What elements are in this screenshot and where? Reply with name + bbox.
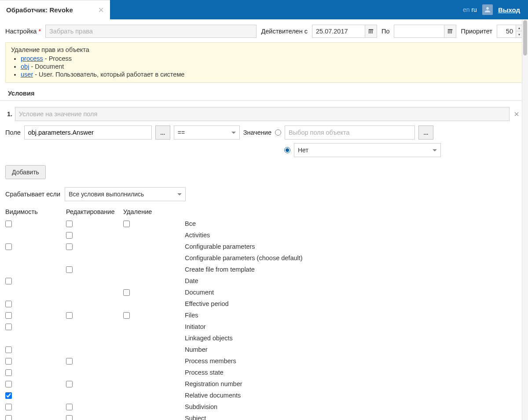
perm-row: Number <box>5 344 523 355</box>
visibility-checkbox[interactable] <box>5 312 12 319</box>
tab-revoke[interactable]: Обработчик: Revoke × <box>0 0 110 19</box>
perm-row: Linkaged objects <box>5 332 523 344</box>
calendar-icon[interactable] <box>444 25 456 38</box>
perm-label: Configurable parameters (choose default) <box>185 254 523 262</box>
settings-name-input[interactable] <box>45 25 257 38</box>
edit-checkbox[interactable] <box>66 404 73 410</box>
valid-to-input[interactable] <box>394 25 444 38</box>
perm-label: Process state <box>185 369 523 376</box>
field-path-input[interactable] <box>24 125 152 140</box>
trigger-label: Срабатывает если <box>5 191 60 198</box>
perm-row: Registration number <box>5 378 523 390</box>
condition-number: 1. <box>7 111 12 118</box>
add-condition-button[interactable]: Добавить <box>5 165 46 179</box>
field-browse-button[interactable]: ... <box>155 125 170 140</box>
visibility-checkbox[interactable] <box>5 381 12 387</box>
field-label: Поле <box>5 129 21 136</box>
visibility-checkbox[interactable] <box>5 221 12 227</box>
value-browse-button[interactable]: ... <box>418 125 433 140</box>
avatar-icon[interactable] <box>482 4 493 15</box>
priority-input[interactable] <box>497 25 516 38</box>
perm-label: Все <box>185 220 523 227</box>
edit-checkbox[interactable] <box>66 243 73 250</box>
perm-row: Subject <box>5 413 523 420</box>
info-link[interactable]: process <box>21 55 43 62</box>
close-icon[interactable]: × <box>98 4 104 16</box>
visibility-checkbox[interactable] <box>5 324 12 330</box>
value-mode-field-radio[interactable] <box>275 129 281 136</box>
lang-ru[interactable]: ru <box>471 6 477 13</box>
priority-label: Приоритет <box>461 28 492 35</box>
info-heading: Удаление прав из объекта <box>11 46 517 53</box>
info-item: process - Process <box>21 55 517 62</box>
perm-label: Registration number <box>185 380 523 387</box>
perm-row: Subdivision <box>5 401 523 413</box>
trigger-select[interactable]: Все условия выполнились <box>65 187 186 201</box>
perm-row: Files <box>5 309 523 321</box>
perm-row: Effective period <box>5 298 523 309</box>
visibility-checkbox[interactable] <box>5 346 12 353</box>
lang-switch[interactable]: en ru <box>463 6 477 13</box>
visibility-checkbox[interactable] <box>5 301 12 307</box>
edit-checkbox[interactable] <box>66 415 73 420</box>
visibility-checkbox[interactable] <box>5 278 12 284</box>
chevron-down-icon <box>433 149 437 151</box>
lang-en[interactable]: en <box>463 6 470 13</box>
vertical-scrollbar[interactable] <box>522 19 528 420</box>
perm-label: Subject <box>185 415 523 420</box>
value-dropdown[interactable]: Нет <box>294 143 441 157</box>
perm-row: Date <box>5 275 523 287</box>
valid-from-label: Действителен с <box>261 28 308 35</box>
visibility-checkbox[interactable] <box>5 392 12 399</box>
visibility-checkbox[interactable] <box>5 415 12 420</box>
perm-label: Files <box>185 312 523 319</box>
visibility-checkbox[interactable] <box>5 358 12 365</box>
perm-row: Process members <box>5 355 523 367</box>
info-item: user - User. Пользователь, который работ… <box>21 71 517 78</box>
logout-link[interactable]: Выход <box>498 6 520 14</box>
perm-row: Document <box>5 287 523 298</box>
delete-checkbox[interactable] <box>123 289 130 296</box>
info-item: obj - Document <box>21 63 517 70</box>
perm-row: Create file from template <box>5 264 523 275</box>
edit-checkbox[interactable] <box>66 312 73 319</box>
perm-row: Все <box>5 218 523 229</box>
edit-checkbox[interactable] <box>66 221 73 227</box>
perm-label: Linkaged objects <box>185 335 523 342</box>
chevron-up-icon[interactable]: ▲ <box>516 25 522 31</box>
value-field-input[interactable] <box>285 125 415 140</box>
info-panel: Удаление прав из объекта process - Proce… <box>5 42 523 83</box>
edit-checkbox[interactable] <box>66 266 73 273</box>
edit-checkbox[interactable] <box>66 358 73 365</box>
chevron-down-icon <box>231 132 236 134</box>
info-link[interactable]: user <box>21 71 33 78</box>
perm-row: Relative documents <box>5 390 523 401</box>
delete-checkbox[interactable] <box>123 221 130 227</box>
perm-label: Date <box>185 277 523 284</box>
value-label: Значение <box>243 129 271 136</box>
perm-row: Initiator <box>5 321 523 332</box>
perm-label: Number <box>185 346 523 353</box>
visibility-checkbox[interactable] <box>5 369 12 376</box>
perm-row: Process state <box>5 367 523 378</box>
calendar-icon[interactable] <box>365 25 377 38</box>
value-mode-dropdown-radio[interactable] <box>284 147 290 153</box>
operator-select[interactable]: == <box>174 125 240 140</box>
visibility-checkbox[interactable] <box>5 404 12 410</box>
col-visibility: Видимость <box>5 208 66 215</box>
chevron-down-icon[interactable]: ▼ <box>516 31 522 37</box>
delete-checkbox[interactable] <box>123 312 130 319</box>
perm-label: Subdivision <box>185 403 523 410</box>
scrollbar-thumb[interactable] <box>523 20 527 55</box>
valid-from-input[interactable] <box>312 25 365 38</box>
info-link[interactable]: obj <box>21 63 29 70</box>
condition-name-input[interactable] <box>15 107 510 121</box>
perm-label: Document <box>185 289 523 296</box>
col-delete: Удаление <box>123 208 185 215</box>
edit-checkbox[interactable] <box>66 381 73 387</box>
perm-row: Configurable parameters (choose default) <box>5 252 523 264</box>
remove-condition-icon[interactable]: × <box>512 109 521 119</box>
edit-checkbox[interactable] <box>66 232 73 239</box>
visibility-checkbox[interactable] <box>5 243 12 250</box>
perm-label: Create file from template <box>185 266 523 273</box>
